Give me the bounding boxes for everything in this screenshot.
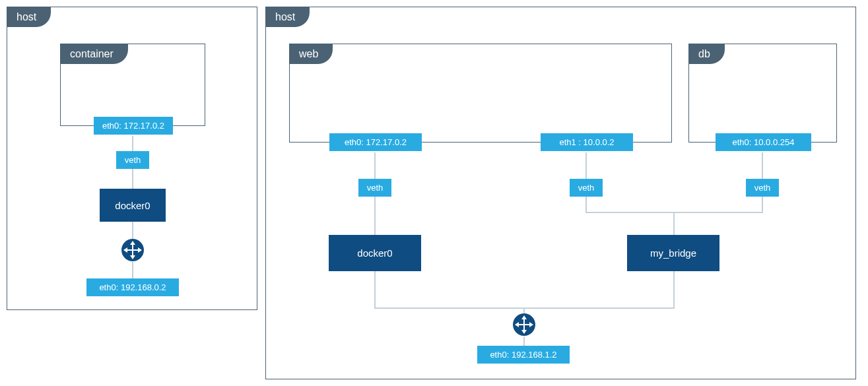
left-container-panel: container eth0: 172.17.0.2: [60, 44, 205, 126]
conn-line: [585, 197, 587, 212]
conn-line: [673, 212, 675, 235]
db-container-panel: db eth0: 10.0.0.254: [688, 44, 837, 143]
router-icon: [121, 238, 145, 262]
right-host-eth0: eth0: 192.168.1.2: [477, 346, 570, 364]
conn-line: [585, 152, 587, 179]
bridge-my-bridge: my_bridge: [627, 235, 719, 271]
web-eth0: eth0: 172.17.0.2: [329, 133, 422, 151]
bridge-docker0: docker0: [329, 235, 421, 271]
conn-line: [762, 152, 763, 179]
conn-line: [374, 197, 376, 235]
conn-line: [523, 337, 525, 346]
conn-line: [132, 222, 133, 240]
web-eth1: eth1 : 10.0.0.2: [541, 133, 633, 151]
conn-line: [132, 262, 133, 278]
left-host-panel: host container eth0: 172.17.0.2 veth doc…: [7, 7, 257, 310]
veth-1: veth: [358, 179, 391, 197]
left-host-tab: host: [7, 7, 51, 27]
veth-2: veth: [570, 179, 603, 197]
conn-line: [132, 169, 133, 189]
left-container-eth0: eth0: 172.17.0.2: [94, 117, 173, 135]
left-host-eth0: eth0: 192.168.0.2: [86, 278, 179, 296]
veth-3: veth: [746, 179, 779, 197]
left-bridge-docker0: docker0: [100, 189, 166, 222]
conn-line: [762, 197, 763, 212]
conn-line: [374, 271, 376, 307]
db-container-tab: db: [689, 44, 725, 64]
conn-line: [673, 271, 675, 307]
left-veth: veth: [116, 151, 149, 169]
right-host-panel: host web eth0: 172.17.0.2 eth1 : 10.0.0.…: [265, 7, 856, 379]
left-container-tab: container: [61, 44, 128, 64]
conn-line: [132, 136, 133, 151]
db-eth0: eth0: 10.0.0.254: [716, 133, 811, 151]
web-container-tab: web: [290, 44, 333, 64]
router-icon: [512, 313, 536, 337]
conn-line: [374, 152, 376, 179]
web-container-panel: web eth0: 172.17.0.2 eth1 : 10.0.0.2: [289, 44, 672, 143]
right-host-tab: host: [266, 7, 310, 27]
